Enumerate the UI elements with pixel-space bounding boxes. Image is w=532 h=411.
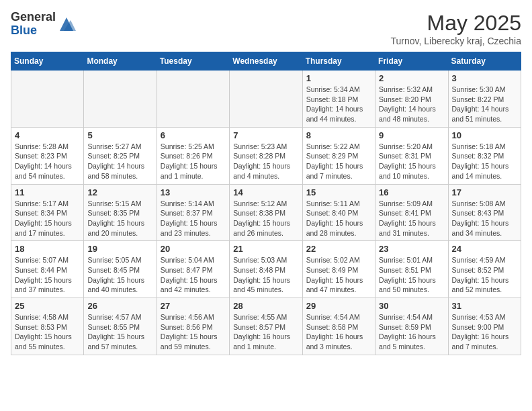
day-number: 21 — [233, 244, 298, 254]
weekday-header: Monday — [84, 52, 157, 71]
day-info: Sunrise: 5:03 AM Sunset: 8:48 PM Dayligh… — [233, 255, 298, 295]
day-number: 17 — [452, 187, 517, 197]
calendar-day-cell: 23Sunrise: 5:01 AM Sunset: 8:51 PM Dayli… — [375, 241, 448, 298]
day-info: Sunrise: 4:56 AM Sunset: 8:56 PM Dayligh… — [161, 312, 226, 352]
day-info: Sunrise: 5:22 AM Sunset: 8:29 PM Dayligh… — [306, 142, 371, 181]
day-info: Sunrise: 5:11 AM Sunset: 8:40 PM Dayligh… — [306, 199, 371, 238]
day-info: Sunrise: 5:12 AM Sunset: 8:38 PM Dayligh… — [233, 199, 298, 238]
title-block: May 2025 Turnov, Liberecky kraj, Czechia — [390, 11, 521, 46]
calendar-day-cell: 9Sunrise: 5:20 AM Sunset: 8:31 PM Daylig… — [375, 127, 448, 184]
day-number: 29 — [306, 301, 371, 311]
calendar-day-cell: 19Sunrise: 5:05 AM Sunset: 8:45 PM Dayli… — [84, 241, 157, 298]
calendar-day-cell: 4Sunrise: 5:28 AM Sunset: 8:23 PM Daylig… — [11, 127, 84, 184]
weekday-header: Tuesday — [157, 52, 229, 71]
day-number: 7 — [233, 130, 298, 140]
calendar-day-cell: 11Sunrise: 5:17 AM Sunset: 8:34 PM Dayli… — [11, 184, 84, 241]
logo-general: General — [11, 10, 56, 24]
weekday-header: Sunday — [11, 52, 84, 71]
calendar-day-cell — [11, 71, 84, 128]
day-info: Sunrise: 5:09 AM Sunset: 8:41 PM Dayligh… — [379, 199, 444, 238]
day-info: Sunrise: 5:05 AM Sunset: 8:45 PM Dayligh… — [87, 255, 152, 295]
day-number: 1 — [306, 73, 371, 83]
day-info: Sunrise: 5:02 AM Sunset: 8:49 PM Dayligh… — [306, 255, 371, 295]
day-info: Sunrise: 5:17 AM Sunset: 8:34 PM Dayligh… — [15, 199, 80, 238]
calendar-day-cell: 20Sunrise: 5:04 AM Sunset: 8:47 PM Dayli… — [157, 241, 229, 298]
calendar-day-cell: 22Sunrise: 5:02 AM Sunset: 8:49 PM Dayli… — [302, 241, 375, 298]
month-year: May 2025 — [390, 11, 521, 36]
day-number: 30 — [379, 301, 444, 311]
calendar-day-cell: 21Sunrise: 5:03 AM Sunset: 8:48 PM Dayli… — [230, 241, 302, 298]
weekday-header: Thursday — [302, 52, 375, 71]
day-info: Sunrise: 5:04 AM Sunset: 8:47 PM Dayligh… — [161, 255, 226, 295]
day-number: 16 — [379, 187, 444, 197]
calendar-day-cell: 17Sunrise: 5:08 AM Sunset: 8:43 PM Dayli… — [448, 184, 521, 241]
day-number: 9 — [379, 130, 444, 140]
calendar-day-cell: 30Sunrise: 4:54 AM Sunset: 8:59 PM Dayli… — [375, 298, 448, 355]
day-number: 15 — [306, 187, 371, 197]
day-info: Sunrise: 4:54 AM Sunset: 8:59 PM Dayligh… — [379, 312, 444, 352]
day-number: 10 — [452, 130, 517, 140]
calendar-day-cell: 1Sunrise: 5:34 AM Sunset: 8:18 PM Daylig… — [302, 71, 375, 128]
day-number: 22 — [306, 244, 371, 254]
day-info: Sunrise: 5:23 AM Sunset: 8:28 PM Dayligh… — [233, 142, 298, 181]
calendar-day-cell — [84, 71, 157, 128]
calendar-day-cell: 13Sunrise: 5:14 AM Sunset: 8:37 PM Dayli… — [157, 184, 229, 241]
calendar-header-row: SundayMondayTuesdayWednesdayThursdayFrid… — [11, 52, 521, 71]
calendar-day-cell: 24Sunrise: 4:59 AM Sunset: 8:52 PM Dayli… — [448, 241, 521, 298]
calendar-day-cell: 2Sunrise: 5:32 AM Sunset: 8:20 PM Daylig… — [375, 71, 448, 128]
calendar-week-row: 1Sunrise: 5:34 AM Sunset: 8:18 PM Daylig… — [11, 71, 521, 128]
weekday-header: Friday — [375, 52, 448, 71]
day-info: Sunrise: 5:20 AM Sunset: 8:31 PM Dayligh… — [379, 142, 444, 181]
day-info: Sunrise: 5:14 AM Sunset: 8:37 PM Dayligh… — [161, 199, 226, 238]
day-info: Sunrise: 5:07 AM Sunset: 8:44 PM Dayligh… — [15, 255, 80, 295]
calendar-day-cell — [230, 71, 302, 128]
day-number: 2 — [379, 73, 444, 83]
day-number: 6 — [161, 130, 226, 140]
day-info: Sunrise: 4:55 AM Sunset: 8:57 PM Dayligh… — [233, 312, 298, 352]
day-number: 24 — [452, 244, 517, 254]
day-number: 13 — [161, 187, 226, 197]
weekday-header: Wednesday — [230, 52, 302, 71]
calendar-day-cell — [157, 71, 229, 128]
calendar-day-cell: 6Sunrise: 5:25 AM Sunset: 8:26 PM Daylig… — [157, 127, 229, 184]
day-info: Sunrise: 4:57 AM Sunset: 8:55 PM Dayligh… — [87, 312, 152, 352]
calendar-day-cell: 15Sunrise: 5:11 AM Sunset: 8:40 PM Dayli… — [302, 184, 375, 241]
calendar-day-cell: 26Sunrise: 4:57 AM Sunset: 8:55 PM Dayli… — [84, 298, 157, 355]
weekday-header: Saturday — [448, 52, 521, 71]
day-info: Sunrise: 4:53 AM Sunset: 9:00 PM Dayligh… — [452, 312, 517, 352]
logo-icon — [57, 15, 76, 34]
logo-blue: Blue — [11, 24, 37, 37]
calendar-day-cell: 14Sunrise: 5:12 AM Sunset: 8:38 PM Dayli… — [230, 184, 302, 241]
day-info: Sunrise: 5:08 AM Sunset: 8:43 PM Dayligh… — [452, 199, 517, 238]
day-number: 18 — [15, 244, 80, 254]
day-number: 27 — [161, 301, 226, 311]
day-number: 31 — [452, 301, 517, 311]
day-info: Sunrise: 5:34 AM Sunset: 8:18 PM Dayligh… — [306, 85, 371, 124]
calendar-day-cell: 7Sunrise: 5:23 AM Sunset: 8:28 PM Daylig… — [230, 127, 302, 184]
day-number: 12 — [87, 187, 152, 197]
calendar-day-cell: 8Sunrise: 5:22 AM Sunset: 8:29 PM Daylig… — [302, 127, 375, 184]
day-number: 25 — [15, 301, 80, 311]
day-number: 11 — [15, 187, 80, 197]
day-number: 3 — [452, 73, 517, 83]
day-number: 23 — [379, 244, 444, 254]
day-info: Sunrise: 5:28 AM Sunset: 8:23 PM Dayligh… — [15, 142, 80, 181]
day-number: 14 — [233, 187, 298, 197]
calendar-day-cell: 27Sunrise: 4:56 AM Sunset: 8:56 PM Dayli… — [157, 298, 229, 355]
calendar-day-cell: 31Sunrise: 4:53 AM Sunset: 9:00 PM Dayli… — [448, 298, 521, 355]
day-number: 26 — [87, 301, 152, 311]
day-number: 8 — [306, 130, 371, 140]
calendar-week-row: 25Sunrise: 4:58 AM Sunset: 8:53 PM Dayli… — [11, 298, 521, 355]
calendar-day-cell: 16Sunrise: 5:09 AM Sunset: 8:41 PM Dayli… — [375, 184, 448, 241]
day-info: Sunrise: 4:54 AM Sunset: 8:58 PM Dayligh… — [306, 312, 371, 352]
day-info: Sunrise: 5:18 AM Sunset: 8:32 PM Dayligh… — [452, 142, 517, 181]
calendar-day-cell: 25Sunrise: 4:58 AM Sunset: 8:53 PM Dayli… — [11, 298, 84, 355]
calendar-week-row: 11Sunrise: 5:17 AM Sunset: 8:34 PM Dayli… — [11, 184, 521, 241]
calendar-day-cell: 28Sunrise: 4:55 AM Sunset: 8:57 PM Dayli… — [230, 298, 302, 355]
day-info: Sunrise: 5:30 AM Sunset: 8:22 PM Dayligh… — [452, 85, 517, 124]
day-number: 28 — [233, 301, 298, 311]
calendar-week-row: 18Sunrise: 5:07 AM Sunset: 8:44 PM Dayli… — [11, 241, 521, 298]
calendar-table: SundayMondayTuesdayWednesdayThursdayFrid… — [11, 52, 521, 355]
page-header: General Blue May 2025 Turnov, Liberecky … — [11, 11, 521, 46]
location: Turnov, Liberecky kraj, Czechia — [390, 36, 521, 46]
